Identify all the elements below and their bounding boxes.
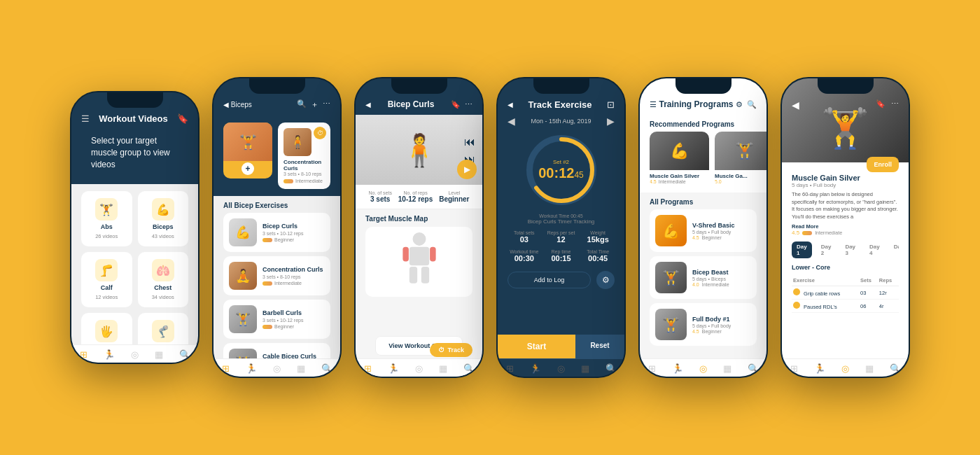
abs-count: 26 videos	[95, 233, 118, 239]
read-more-btn[interactable]: Read More	[792, 223, 899, 230]
muscle-item-chest[interactable]: 🫁 Chest 34 videos	[138, 252, 189, 307]
p4-home-nav[interactable]: ⊞	[506, 363, 514, 374]
rec-card-1[interactable]: 🏋 Muscle Ga... 5.0	[715, 132, 766, 187]
day-5-btn[interactable]: Day...	[889, 241, 899, 258]
start-button[interactable]: Start	[498, 335, 575, 358]
day-2-btn[interactable]: Day 2	[816, 241, 836, 258]
ex-img-0: 💪	[229, 218, 257, 246]
p4-back[interactable]: ◀	[507, 101, 513, 108]
p3-bookmark-icon[interactable]: 🔖	[451, 100, 461, 109]
p3-search-nav[interactable]: 🔍	[463, 363, 475, 374]
p5-circles-nav[interactable]: ◎	[699, 363, 707, 374]
program-item-1[interactable]: 🏋 Bicep Beast 5 days • Biceps 4.0 Interm…	[650, 256, 757, 299]
muscle-item-legs[interactable]: 🦿 Legs 29 videos	[138, 313, 189, 344]
add-icon[interactable]: ＋	[311, 99, 318, 110]
featured-card[interactable]: 🏋 +	[223, 122, 272, 178]
p5-search-icon[interactable]: 🔍	[747, 100, 757, 109]
back-arrow[interactable]: ◀ Biceps	[223, 101, 252, 108]
p2-search-nav[interactable]: 🔍	[321, 363, 332, 374]
p4-prev-btn[interactable]: ◀	[507, 115, 515, 127]
p2-exercise-nav[interactable]: 🏃	[246, 363, 257, 374]
p6-grid-nav[interactable]: ▦	[865, 363, 874, 374]
p5-menu-icon[interactable]: ☰	[650, 100, 657, 109]
play-button[interactable]: ▶	[457, 160, 477, 179]
rewind-icon[interactable]: ⏮	[464, 136, 475, 148]
all-exercises-title: All Bicep Exercises	[214, 196, 340, 213]
p5-filter-icon[interactable]: ⚙	[736, 100, 743, 109]
phone-notch-4	[533, 78, 589, 94]
p4-date-nav: ◀ Mon - 15th Aug, 2019 ▶	[507, 115, 615, 127]
phone-notch-1	[107, 92, 163, 108]
exercise-item-3[interactable]: 🏋 Cable Bicep Curls 3 sets • 10-12 reps …	[223, 343, 330, 358]
p1-subtitle: Select your target muscle group to view …	[81, 130, 188, 177]
p4-layout-icon[interactable]: ⊡	[607, 99, 615, 110]
featured-plus[interactable]: +	[241, 162, 254, 175]
muscle-item-abs[interactable]: 🏋 Abs 26 videos	[81, 191, 132, 246]
p3-circles-nav[interactable]: ◎	[415, 363, 423, 374]
p6-exercise-nav[interactable]: 🏃	[814, 363, 825, 374]
search-nav-icon[interactable]: 🔍	[179, 349, 190, 360]
p5-search-nav[interactable]: 🔍	[748, 363, 759, 374]
p5-home-nav[interactable]: ⊞	[648, 363, 656, 374]
settings-btn[interactable]: ⚙	[596, 271, 615, 289]
p6-bookmark-icon[interactable]: 🔖	[876, 99, 886, 108]
day-1-btn[interactable]: Day 1	[792, 241, 812, 258]
p6-home-nav[interactable]: ⊞	[790, 363, 798, 374]
program-item-2[interactable]: 🏋 Full Body #1 5 days • Full body 4.5 Be…	[650, 303, 757, 346]
muscle-item-calf[interactable]: 🦵 Calf 12 videos	[81, 252, 132, 307]
p6-subtitle: 5 days • Full body	[792, 182, 899, 188]
p6-section-title: Lower - Core	[792, 264, 899, 271]
level-dot	[284, 179, 293, 183]
rec-card-0[interactable]: 💪 Muscle Gain Silver 4.5 Intermediate	[650, 132, 709, 187]
more-icon[interactable]: ⋯	[323, 99, 330, 110]
bookmark-icon[interactable]: 🔖	[177, 113, 188, 124]
p6-search-nav[interactable]: 🔍	[890, 363, 901, 374]
program-item-0[interactable]: 💪 V-Shred Basic 5 days • Full body 4.5 B…	[650, 209, 757, 252]
p3-body: Target Muscle Map	[356, 209, 482, 332]
exercise-item-2[interactable]: 🏋 Barbell Curls 3 sets • 10-12 reps Begi…	[223, 300, 330, 339]
add-to-log-btn[interactable]: Add to Log	[507, 272, 591, 288]
home-nav-icon[interactable]: ⊞	[80, 349, 88, 360]
p5-grid-nav[interactable]: ▦	[723, 363, 732, 374]
exercise-nav-icon[interactable]: 🏃	[104, 349, 115, 360]
p6-circles-nav[interactable]: ◎	[841, 363, 849, 374]
p3-grid-nav[interactable]: ▦	[439, 363, 447, 374]
enroll-button[interactable]: Enroll	[867, 157, 899, 172]
p6-more-icon[interactable]: ⋯	[891, 99, 899, 108]
p3-hero-figure: 🧍	[400, 132, 439, 169]
p4-search-nav[interactable]: 🔍	[606, 363, 617, 374]
p4-exercise-nav[interactable]: 🏃	[530, 363, 541, 374]
day-3-btn[interactable]: Day 3	[840, 241, 860, 258]
grid-nav-icon[interactable]: ▦	[155, 349, 163, 360]
timer-arc-svg	[526, 135, 596, 205]
body-svg	[398, 232, 440, 292]
p4-circles-nav[interactable]: ◎	[557, 363, 565, 374]
p4-next-btn[interactable]: ▶	[607, 115, 615, 127]
p6-back[interactable]: ◀	[792, 99, 799, 111]
p5-exercise-nav[interactable]: 🏃	[672, 363, 683, 374]
p2-circles-nav[interactable]: ◎	[273, 363, 281, 374]
p2-grid-nav[interactable]: ▦	[297, 363, 305, 374]
search-icon[interactable]: 🔍	[297, 99, 307, 110]
menu-icon[interactable]: ☰	[81, 113, 90, 124]
exercise-item-0[interactable]: 💪 Bicep Curls 3 sets • 10-12 reps Beginn…	[223, 213, 330, 252]
p6-stars-row: 4.5 Intermediate	[792, 230, 899, 236]
track-button[interactable]: ⏱ Track	[430, 343, 472, 357]
exercise-item-1[interactable]: 🧘 Concentration Curls 3 sets • 8-10 reps…	[223, 256, 330, 295]
p4-grid-nav[interactable]: ▦	[581, 363, 589, 374]
p3-back[interactable]: ◀	[365, 101, 371, 108]
ex-dot-0	[793, 288, 800, 295]
p3-stat-1: No. of reps 10-12 reps	[398, 190, 433, 203]
muscle-item-biceps[interactable]: 💪 Biceps 43 videos	[138, 191, 189, 246]
p3-exercise-nav[interactable]: 🏃	[388, 363, 399, 374]
p5-header-icons: ⚙ 🔍	[736, 100, 757, 109]
featured-name: Concentration Curls	[284, 159, 325, 172]
p3-more-icon[interactable]: ⋯	[465, 100, 472, 109]
reset-button[interactable]: Reset	[575, 335, 624, 358]
day-4-btn[interactable]: Day 4	[864, 241, 885, 258]
circles-nav-icon[interactable]: ◎	[131, 349, 139, 360]
p2-home-nav[interactable]: ⊞	[222, 363, 230, 374]
p3-home-nav[interactable]: ⊞	[364, 363, 372, 374]
muscle-item-forearms[interactable]: 🖐 Forearms 09 videos	[81, 313, 132, 344]
p4-stat-2: Weight 15kgs	[581, 230, 615, 244]
